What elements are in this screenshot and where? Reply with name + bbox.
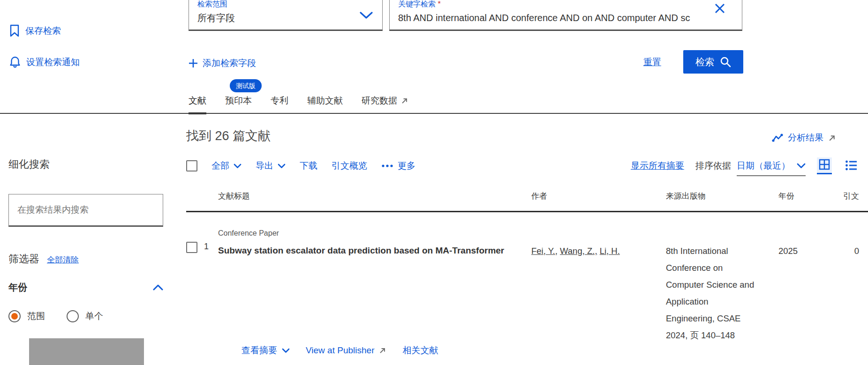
search-button-label: 检索 [695, 56, 714, 68]
select-all-dropdown[interactable]: 全部 [211, 160, 242, 172]
grid-view-icon [819, 159, 830, 170]
beta-badge: 测试版 [230, 79, 262, 92]
bell-icon [9, 56, 21, 69]
citation-overview-button[interactable]: 引文概览 [332, 160, 367, 172]
chevron-down-icon [278, 164, 286, 169]
external-link-icon [401, 97, 408, 104]
chevron-down-icon[interactable] [360, 12, 373, 19]
sort-by-label: 排序依据 [695, 160, 731, 172]
tab-patents[interactable]: 专利 [271, 95, 288, 114]
author-link[interactable]: Fei, Y., [531, 246, 558, 256]
authors-cell: Fei, Y., Wang, Z., Li, H. [531, 227, 666, 344]
chevron-down-icon [797, 163, 806, 169]
header-authors: 作者 [531, 191, 666, 201]
required-asterisk: * [438, 0, 440, 8]
year-range-option[interactable]: 范围 [8, 310, 45, 322]
set-alert-label: 设置检索通知 [26, 56, 80, 68]
chevron-down-icon [282, 348, 290, 353]
save-search-button[interactable]: 保存检索 [9, 24, 61, 37]
single-label: 单个 [85, 310, 103, 322]
sort-by-dropdown[interactable]: 日期（最近） [737, 160, 806, 176]
download-button[interactable]: 下载 [300, 160, 317, 172]
document-title-link[interactable]: Subway station escalator data prediction… [218, 242, 509, 259]
table-header-divider [186, 211, 868, 212]
filters-title: 筛选器 [8, 252, 39, 266]
search-within-results-box [8, 194, 163, 227]
search-scope-dropdown[interactable]: 检索范围 所有字段 [189, 0, 383, 31]
results-table-header: 文献标题 作者 来源出版物 年份 引文 [186, 191, 859, 201]
header-document-title: 文献标题 [218, 191, 531, 201]
radio-unselected-icon[interactable] [67, 310, 79, 322]
year-facet-title: 年份 [8, 281, 27, 294]
author-link[interactable]: Li, H. [600, 246, 620, 256]
analyze-results-label: 分析结果 [788, 132, 823, 144]
keyword-field-value[interactable]: 8th AND international AND conference AND… [398, 12, 733, 24]
results-count: 找到 26 篇文献 [186, 127, 271, 144]
table-row: 1 Conference Paper Subway station escala… [186, 227, 859, 344]
scopus-search-results-page: 检索范围 所有字段 关键字检索 * 8th AND international … [0, 0, 868, 365]
year-single-option[interactable]: 单个 [67, 310, 103, 322]
external-link-icon [828, 134, 836, 142]
clear-field-icon[interactable] [714, 2, 726, 15]
tab-secondary-documents[interactable]: 辅助文献 [307, 95, 343, 114]
more-options-button[interactable]: 更多 [381, 160, 415, 172]
search-within-results-input[interactable] [17, 205, 154, 215]
row-checkbox[interactable] [186, 242, 197, 253]
bookmark-icon [9, 24, 20, 37]
show-all-abstracts-link[interactable]: 显示所有摘要 [631, 160, 684, 172]
export-dropdown[interactable]: 导出 [256, 160, 286, 172]
list-view-icon [845, 160, 857, 171]
header-year: 年份 [778, 191, 822, 201]
row-index: 1 [204, 242, 209, 252]
grid-view-button[interactable] [817, 157, 832, 174]
external-link-icon [379, 347, 386, 354]
header-source: 来源出版物 [666, 191, 778, 201]
plus-icon [189, 59, 198, 68]
keyword-field-label: 关键字检索 [398, 0, 436, 8]
scope-field-label: 检索范围 [197, 0, 374, 8]
view-abstract-button[interactable]: 查看摘要 [242, 344, 290, 357]
chevron-down-icon [234, 164, 242, 169]
add-search-field-button[interactable]: 添加检索字段 [189, 57, 256, 69]
author-link[interactable]: Wang, Z., [560, 246, 597, 256]
search-icon [720, 56, 731, 67]
citations-count[interactable]: 0 [822, 227, 859, 344]
set-search-alert-button[interactable]: 设置检索通知 [9, 56, 80, 69]
radio-selected-icon[interactable] [8, 310, 21, 322]
refine-search-title: 细化搜索 [8, 157, 50, 171]
scope-field-value: 所有字段 [197, 12, 374, 24]
range-label: 范围 [27, 310, 45, 322]
document-type: Conference Paper [218, 228, 531, 238]
year-cell: 2025 [778, 227, 822, 344]
view-at-publisher-link[interactable]: View at Publisher [306, 345, 386, 356]
row-actions: 查看摘要 View at Publisher 相关文献 [242, 344, 438, 357]
result-type-tabs: 文献 测试版 预印本 专利 辅助文献 研究数据 [189, 95, 408, 114]
year-histogram-placeholder[interactable] [29, 338, 144, 365]
tab-research-data[interactable]: 研究数据 [362, 95, 408, 114]
list-view-button[interactable] [843, 158, 859, 174]
related-documents-link[interactable]: 相关文献 [402, 344, 438, 357]
tab-documents[interactable]: 文献 [189, 95, 206, 114]
analyze-results-link[interactable]: 分析结果 [772, 132, 836, 144]
select-all-checkbox[interactable] [186, 160, 197, 171]
add-field-label: 添加检索字段 [203, 57, 256, 69]
results-toolbar: 全部 导出 下载 引文概览 更多 显示所有摘要 排序依 [186, 157, 859, 174]
save-search-label: 保存检索 [25, 25, 61, 37]
tab-preprints[interactable]: 测试版 预印本 [225, 95, 252, 114]
analyze-chart-icon [772, 134, 783, 142]
source-title: 8th International Conference on Computer… [666, 243, 756, 344]
clear-all-filters-link[interactable]: 全部清除 [47, 254, 79, 265]
search-submit-button[interactable]: 检索 [683, 50, 743, 74]
chevron-up-icon[interactable] [153, 284, 163, 291]
reset-button[interactable]: 重置 [643, 56, 661, 68]
header-citations: 引文 [822, 191, 859, 201]
tabs-divider [0, 113, 868, 114]
keyword-search-field[interactable]: 关键字检索 * 8th AND international AND confer… [389, 0, 742, 31]
more-dots-icon [381, 164, 393, 168]
